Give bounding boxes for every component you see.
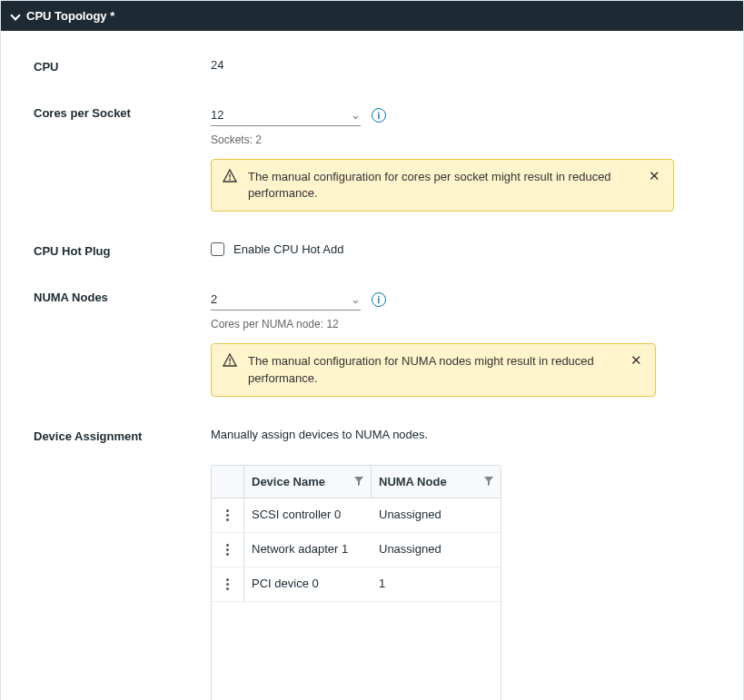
panel-body: CPU 24 Cores per Socket 12 ⌄ i Sockets: … [1, 31, 743, 700]
numa-node-cell: Unassigned [372, 533, 501, 567]
info-icon[interactable]: i [372, 292, 386, 307]
cores-row: Cores per Socket 12 ⌄ i Sockets: 2 The m… [34, 104, 710, 212]
device-name-column-header: Device Name [244, 466, 372, 498]
numa-node-cell: 1 [372, 567, 501, 601]
hotplug-row: CPU Hot Plug Enable CPU Hot Add [34, 242, 710, 258]
cores-select-value: 12 [211, 108, 223, 122]
hotplug-checkbox-label: Enable CPU Hot Add [233, 242, 343, 256]
caret-down-icon: ⌄ [351, 108, 361, 122]
cores-warning-text: The manual configuration for cores per s… [248, 169, 636, 202]
info-icon[interactable]: i [372, 108, 386, 123]
filter-icon[interactable] [354, 475, 363, 488]
table-header: Device Name NUMA Node [212, 466, 501, 498]
device-name-cell: SCSI controller 0 [244, 498, 372, 532]
cpu-topology-panel: CPU Topology * CPU 24 Cores per Socket 1… [0, 0, 744, 700]
table-body: SCSI controller 0 Unassigned Network ada… [212, 498, 501, 700]
panel-header[interactable]: CPU Topology * [1, 1, 743, 31]
numa-label: NUMA Nodes [34, 289, 211, 304]
hotplug-checkbox[interactable] [211, 242, 224, 256]
device-row: Device Assignment Manually assign device… [34, 428, 710, 700]
cores-warning-alert: The manual configuration for cores per s… [211, 159, 674, 212]
numa-node-column-header: NUMA Node [372, 466, 501, 498]
close-icon[interactable]: ✕ [629, 353, 644, 367]
table-row: PCI device 0 1 [212, 567, 501, 602]
numa-select-value: 2 [211, 292, 217, 306]
hotplug-label: CPU Hot Plug [34, 242, 211, 258]
row-actions-icon[interactable] [224, 508, 231, 523]
device-table: Device Name NUMA Node [211, 465, 501, 700]
table-row: Network adapter 1 Unassigned [212, 533, 501, 567]
device-description: Manually assign devices to NUMA nodes. [211, 428, 710, 441]
numa-cores-help: Cores per NUMA node: 12 [211, 318, 710, 330]
row-actions-icon[interactable] [224, 542, 231, 557]
svg-point-3 [229, 363, 231, 365]
cpu-label: CPU [34, 58, 211, 74]
caret-down-icon: ⌄ [351, 292, 361, 306]
sockets-help: Sockets: 2 [211, 133, 710, 146]
table-row: SCSI controller 0 Unassigned [212, 498, 501, 533]
close-icon[interactable]: ✕ [647, 169, 662, 182]
cpu-value: 24 [211, 58, 710, 72]
numa-row: NUMA Nodes 2 ⌄ i Cores per NUMA node: 12… [34, 289, 710, 396]
cores-label: Cores per Socket [34, 104, 211, 120]
numa-warning-alert: The manual configuration for NUMA nodes … [211, 343, 656, 396]
warning-icon [223, 353, 237, 368]
cores-select[interactable]: 12 ⌄ [211, 104, 361, 126]
svg-point-1 [229, 179, 231, 181]
cpu-row: CPU 24 [34, 58, 710, 74]
device-name-cell: PCI device 0 [244, 567, 372, 601]
panel-title: CPU Topology * [26, 9, 114, 23]
numa-warning-text: The manual configuration for NUMA nodes … [248, 353, 618, 386]
chevron-down-icon [10, 10, 20, 20]
actions-column-header [212, 466, 244, 498]
numa-select[interactable]: 2 ⌄ [211, 289, 361, 311]
numa-node-cell: Unassigned [372, 498, 501, 532]
device-name-cell: Network adapter 1 [244, 533, 372, 567]
row-actions-icon[interactable] [224, 577, 231, 592]
device-label: Device Assignment [34, 428, 211, 443]
warning-icon [223, 169, 237, 183]
filter-icon[interactable] [484, 475, 493, 488]
